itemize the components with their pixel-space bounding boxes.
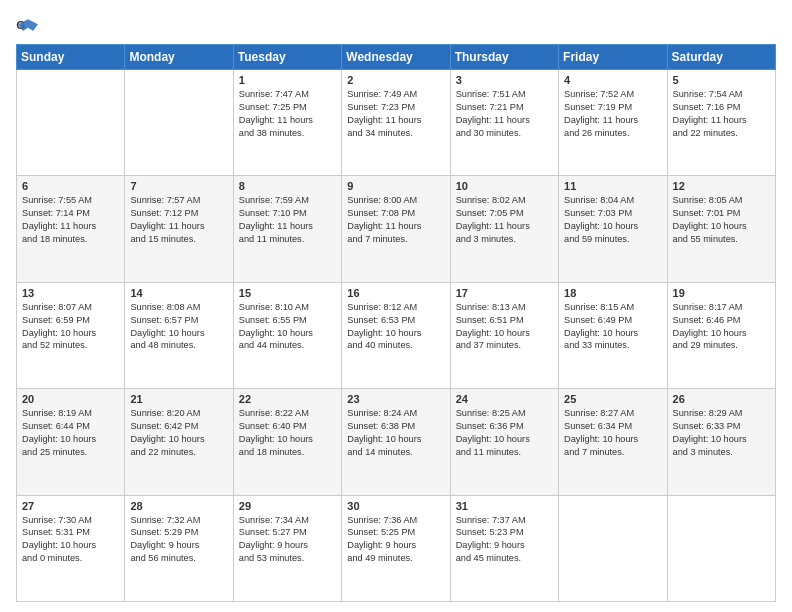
calendar-cell: 29Sunrise: 7:34 AM Sunset: 5:27 PM Dayli… (233, 495, 341, 601)
calendar-cell: 22Sunrise: 8:22 AM Sunset: 6:40 PM Dayli… (233, 389, 341, 495)
day-number: 6 (22, 180, 119, 192)
day-number: 3 (456, 74, 553, 86)
calendar-cell: 17Sunrise: 8:13 AM Sunset: 6:51 PM Dayli… (450, 282, 558, 388)
day-number: 30 (347, 500, 444, 512)
cell-info: Sunrise: 8:08 AM Sunset: 6:57 PM Dayligh… (130, 301, 227, 353)
cell-info: Sunrise: 7:32 AM Sunset: 5:29 PM Dayligh… (130, 514, 227, 566)
calendar-cell: 1Sunrise: 7:47 AM Sunset: 7:25 PM Daylig… (233, 70, 341, 176)
day-number: 22 (239, 393, 336, 405)
calendar-cell: 14Sunrise: 8:08 AM Sunset: 6:57 PM Dayli… (125, 282, 233, 388)
cell-info: Sunrise: 8:25 AM Sunset: 6:36 PM Dayligh… (456, 407, 553, 459)
cell-info: Sunrise: 8:02 AM Sunset: 7:05 PM Dayligh… (456, 194, 553, 246)
day-number: 20 (22, 393, 119, 405)
cell-info: Sunrise: 7:51 AM Sunset: 7:21 PM Dayligh… (456, 88, 553, 140)
day-number: 15 (239, 287, 336, 299)
day-number: 13 (22, 287, 119, 299)
calendar-cell: 4Sunrise: 7:52 AM Sunset: 7:19 PM Daylig… (559, 70, 667, 176)
cell-info: Sunrise: 8:29 AM Sunset: 6:33 PM Dayligh… (673, 407, 770, 459)
weekday-header: Wednesday (342, 45, 450, 70)
day-number: 5 (673, 74, 770, 86)
day-number: 17 (456, 287, 553, 299)
day-number: 26 (673, 393, 770, 405)
weekday-header: Friday (559, 45, 667, 70)
calendar-cell: 13Sunrise: 8:07 AM Sunset: 6:59 PM Dayli… (17, 282, 125, 388)
day-number: 21 (130, 393, 227, 405)
calendar-cell: 2Sunrise: 7:49 AM Sunset: 7:23 PM Daylig… (342, 70, 450, 176)
day-number: 1 (239, 74, 336, 86)
weekday-header: Sunday (17, 45, 125, 70)
cell-info: Sunrise: 8:19 AM Sunset: 6:44 PM Dayligh… (22, 407, 119, 459)
cell-info: Sunrise: 8:12 AM Sunset: 6:53 PM Dayligh… (347, 301, 444, 353)
day-number: 27 (22, 500, 119, 512)
calendar-cell: 9Sunrise: 8:00 AM Sunset: 7:08 PM Daylig… (342, 176, 450, 282)
day-number: 8 (239, 180, 336, 192)
weekday-header: Monday (125, 45, 233, 70)
calendar-cell: 31Sunrise: 7:37 AM Sunset: 5:23 PM Dayli… (450, 495, 558, 601)
logo: G (16, 16, 44, 36)
cell-info: Sunrise: 7:47 AM Sunset: 7:25 PM Dayligh… (239, 88, 336, 140)
day-number: 23 (347, 393, 444, 405)
day-number: 16 (347, 287, 444, 299)
day-number: 25 (564, 393, 661, 405)
cell-info: Sunrise: 7:59 AM Sunset: 7:10 PM Dayligh… (239, 194, 336, 246)
calendar-cell (17, 70, 125, 176)
header: G (16, 16, 776, 36)
day-number: 9 (347, 180, 444, 192)
calendar-cell: 24Sunrise: 8:25 AM Sunset: 6:36 PM Dayli… (450, 389, 558, 495)
day-number: 4 (564, 74, 661, 86)
cell-info: Sunrise: 8:20 AM Sunset: 6:42 PM Dayligh… (130, 407, 227, 459)
weekday-header: Tuesday (233, 45, 341, 70)
calendar-cell: 30Sunrise: 7:36 AM Sunset: 5:25 PM Dayli… (342, 495, 450, 601)
cell-info: Sunrise: 7:37 AM Sunset: 5:23 PM Dayligh… (456, 514, 553, 566)
day-number: 12 (673, 180, 770, 192)
day-number: 2 (347, 74, 444, 86)
day-number: 31 (456, 500, 553, 512)
cell-info: Sunrise: 8:15 AM Sunset: 6:49 PM Dayligh… (564, 301, 661, 353)
calendar-cell: 21Sunrise: 8:20 AM Sunset: 6:42 PM Dayli… (125, 389, 233, 495)
cell-info: Sunrise: 7:52 AM Sunset: 7:19 PM Dayligh… (564, 88, 661, 140)
day-number: 28 (130, 500, 227, 512)
calendar-cell: 12Sunrise: 8:05 AM Sunset: 7:01 PM Dayli… (667, 176, 775, 282)
calendar-row: 6Sunrise: 7:55 AM Sunset: 7:14 PM Daylig… (17, 176, 776, 282)
weekday-header: Thursday (450, 45, 558, 70)
cell-info: Sunrise: 8:17 AM Sunset: 6:46 PM Dayligh… (673, 301, 770, 353)
day-number: 19 (673, 287, 770, 299)
day-number: 7 (130, 180, 227, 192)
weekday-header: Saturday (667, 45, 775, 70)
page: G SundayMondayTuesdayWednesdayThursdayFr… (0, 0, 792, 612)
calendar-row: 13Sunrise: 8:07 AM Sunset: 6:59 PM Dayli… (17, 282, 776, 388)
cell-info: Sunrise: 8:07 AM Sunset: 6:59 PM Dayligh… (22, 301, 119, 353)
calendar-cell: 28Sunrise: 7:32 AM Sunset: 5:29 PM Dayli… (125, 495, 233, 601)
calendar-cell (667, 495, 775, 601)
calendar-cell: 27Sunrise: 7:30 AM Sunset: 5:31 PM Dayli… (17, 495, 125, 601)
calendar-row: 20Sunrise: 8:19 AM Sunset: 6:44 PM Dayli… (17, 389, 776, 495)
calendar-cell: 18Sunrise: 8:15 AM Sunset: 6:49 PM Dayli… (559, 282, 667, 388)
calendar-cell (559, 495, 667, 601)
calendar-cell: 5Sunrise: 7:54 AM Sunset: 7:16 PM Daylig… (667, 70, 775, 176)
day-number: 18 (564, 287, 661, 299)
calendar-cell (125, 70, 233, 176)
calendar-cell: 26Sunrise: 8:29 AM Sunset: 6:33 PM Dayli… (667, 389, 775, 495)
cell-info: Sunrise: 7:57 AM Sunset: 7:12 PM Dayligh… (130, 194, 227, 246)
calendar-cell: 25Sunrise: 8:27 AM Sunset: 6:34 PM Dayli… (559, 389, 667, 495)
calendar-cell: 19Sunrise: 8:17 AM Sunset: 6:46 PM Dayli… (667, 282, 775, 388)
calendar-cell: 11Sunrise: 8:04 AM Sunset: 7:03 PM Dayli… (559, 176, 667, 282)
calendar-header-row: SundayMondayTuesdayWednesdayThursdayFrid… (17, 45, 776, 70)
cell-info: Sunrise: 8:00 AM Sunset: 7:08 PM Dayligh… (347, 194, 444, 246)
day-number: 10 (456, 180, 553, 192)
cell-info: Sunrise: 8:05 AM Sunset: 7:01 PM Dayligh… (673, 194, 770, 246)
calendar-cell: 23Sunrise: 8:24 AM Sunset: 6:38 PM Dayli… (342, 389, 450, 495)
cell-info: Sunrise: 7:54 AM Sunset: 7:16 PM Dayligh… (673, 88, 770, 140)
cell-info: Sunrise: 7:36 AM Sunset: 5:25 PM Dayligh… (347, 514, 444, 566)
cell-info: Sunrise: 8:10 AM Sunset: 6:55 PM Dayligh… (239, 301, 336, 353)
calendar-row: 1Sunrise: 7:47 AM Sunset: 7:25 PM Daylig… (17, 70, 776, 176)
cell-info: Sunrise: 7:30 AM Sunset: 5:31 PM Dayligh… (22, 514, 119, 566)
day-number: 24 (456, 393, 553, 405)
calendar-table: SundayMondayTuesdayWednesdayThursdayFrid… (16, 44, 776, 602)
cell-info: Sunrise: 8:22 AM Sunset: 6:40 PM Dayligh… (239, 407, 336, 459)
day-number: 11 (564, 180, 661, 192)
calendar-cell: 10Sunrise: 8:02 AM Sunset: 7:05 PM Dayli… (450, 176, 558, 282)
calendar-cell: 7Sunrise: 7:57 AM Sunset: 7:12 PM Daylig… (125, 176, 233, 282)
logo-icon: G (16, 16, 40, 36)
cell-info: Sunrise: 8:24 AM Sunset: 6:38 PM Dayligh… (347, 407, 444, 459)
